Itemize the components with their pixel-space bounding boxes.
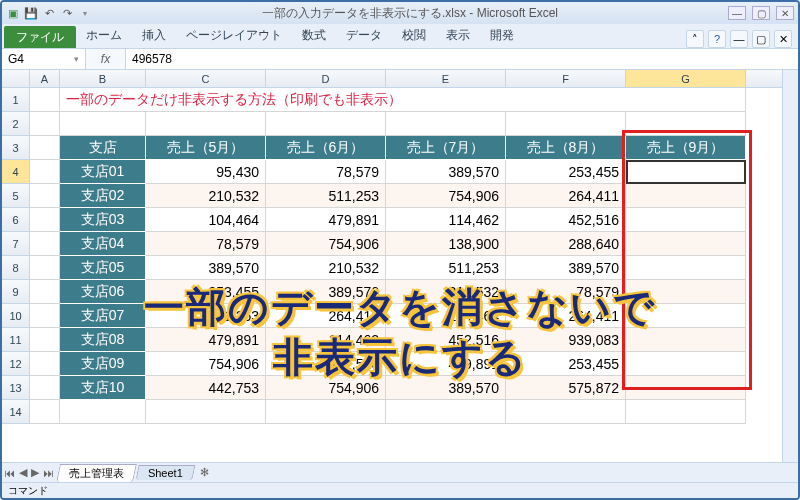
data-cell[interactable]: 511,253 bbox=[146, 304, 266, 328]
data-cell[interactable]: 210,532 bbox=[386, 280, 506, 304]
data-cell[interactable]: 389,570 bbox=[506, 256, 626, 280]
row-header[interactable]: 10 bbox=[2, 304, 30, 328]
row-header[interactable]: 1 bbox=[2, 88, 30, 112]
row-header[interactable]: 8 bbox=[2, 256, 30, 280]
header-branch[interactable]: 支店 bbox=[60, 136, 146, 160]
minimize-button[interactable]: — bbox=[728, 6, 746, 20]
data-cell[interactable]: 452,516 bbox=[386, 328, 506, 352]
header-sep[interactable]: 売上（9月） bbox=[626, 136, 746, 160]
sheet-nav-last-icon[interactable]: ⏭ bbox=[41, 467, 56, 479]
title-cell[interactable]: 一部のデータだけ非表示する方法（印刷でも非表示） bbox=[60, 88, 746, 112]
data-cell[interactable]: 389,570 bbox=[386, 376, 506, 400]
branch-cell[interactable]: 支店08 bbox=[60, 328, 146, 352]
branch-cell[interactable]: 支店09 bbox=[60, 352, 146, 376]
help-icon[interactable]: ? bbox=[708, 30, 726, 48]
data-cell[interactable]: 138,900 bbox=[386, 232, 506, 256]
header-jul[interactable]: 売上（7月） bbox=[386, 136, 506, 160]
sheet-nav-first-icon[interactable]: ⏮ bbox=[2, 467, 17, 479]
data-cell[interactable]: 511,253 bbox=[386, 256, 506, 280]
select-all-corner[interactable] bbox=[2, 70, 30, 87]
sheet-nav-prev-icon[interactable]: ◀ bbox=[17, 466, 29, 479]
data-cell[interactable]: 253,455 bbox=[506, 352, 626, 376]
sheet-tab-inactive[interactable]: Sheet1 bbox=[135, 465, 195, 480]
data-cell[interactable]: 452,516 bbox=[266, 352, 386, 376]
sheet-nav-next-icon[interactable]: ▶ bbox=[29, 466, 41, 479]
spreadsheet-grid[interactable]: A B C D E F G 1 一部のデータだけ非表示する方法（印刷でも非表示）… bbox=[2, 70, 798, 464]
header-aug[interactable]: 売上（8月） bbox=[506, 136, 626, 160]
tab-pagelayout[interactable]: ページレイアウト bbox=[176, 23, 292, 48]
data-cell[interactable]: 78,579 bbox=[506, 280, 626, 304]
close-button[interactable]: ✕ bbox=[776, 6, 794, 20]
sheet-tab-active[interactable]: 売上管理表 bbox=[56, 464, 137, 482]
branch-cell[interactable]: 支店10 bbox=[60, 376, 146, 400]
doc-close-icon[interactable]: ✕ bbox=[774, 30, 792, 48]
branch-cell[interactable]: 支店06 bbox=[60, 280, 146, 304]
branch-cell[interactable]: 支店07 bbox=[60, 304, 146, 328]
data-cell[interactable]: 210,532 bbox=[266, 256, 386, 280]
data-cell[interactable]: 389,570 bbox=[266, 280, 386, 304]
row-header[interactable]: 2 bbox=[2, 112, 30, 136]
formula-bar[interactable]: 496578 bbox=[126, 49, 798, 69]
data-cell[interactable]: 575,872 bbox=[506, 376, 626, 400]
data-cell[interactable]: 754,906 bbox=[266, 376, 386, 400]
data-cell[interactable]: 479,891 bbox=[146, 328, 266, 352]
new-sheet-icon[interactable]: ✻ bbox=[198, 466, 211, 479]
data-cell[interactable]: 452,516 bbox=[506, 208, 626, 232]
tab-formulas[interactable]: 数式 bbox=[292, 23, 336, 48]
col-header-e[interactable]: E bbox=[386, 70, 506, 87]
data-cell-hidden[interactable] bbox=[626, 304, 746, 328]
branch-cell[interactable]: 支店01 bbox=[60, 160, 146, 184]
row-header[interactable]: 13 bbox=[2, 376, 30, 400]
file-tab[interactable]: ファイル bbox=[4, 26, 76, 48]
data-cell-hidden[interactable] bbox=[626, 352, 746, 376]
branch-cell[interactable]: 支店03 bbox=[60, 208, 146, 232]
row-header[interactable]: 11 bbox=[2, 328, 30, 352]
data-cell-hidden[interactable] bbox=[626, 280, 746, 304]
header-jun[interactable]: 売上（6月） bbox=[266, 136, 386, 160]
horizontal-scrollbar[interactable] bbox=[562, 462, 782, 482]
branch-cell[interactable]: 支店02 bbox=[60, 184, 146, 208]
vertical-scrollbar[interactable] bbox=[782, 70, 798, 462]
header-may[interactable]: 売上（5月） bbox=[146, 136, 266, 160]
tab-data[interactable]: データ bbox=[336, 23, 392, 48]
tab-view[interactable]: 表示 bbox=[436, 23, 480, 48]
data-cell-hidden[interactable] bbox=[626, 376, 746, 400]
data-cell[interactable]: 253,455 bbox=[146, 280, 266, 304]
row-header[interactable]: 12 bbox=[2, 352, 30, 376]
data-cell[interactable]: 210,532 bbox=[146, 184, 266, 208]
data-cell[interactable]: 78,579 bbox=[146, 232, 266, 256]
row-header[interactable]: 7 bbox=[2, 232, 30, 256]
data-cell[interactable]: 479,891 bbox=[266, 208, 386, 232]
data-cell[interactable]: 264,411 bbox=[506, 184, 626, 208]
data-cell[interactable]: 754,906 bbox=[386, 184, 506, 208]
data-cell[interactable]: 114,462 bbox=[266, 328, 386, 352]
data-cell[interactable]: 389,570 bbox=[386, 160, 506, 184]
data-cell-hidden[interactable] bbox=[626, 160, 746, 184]
data-cell[interactable]: 442,753 bbox=[146, 376, 266, 400]
col-header-a[interactable]: A bbox=[30, 70, 60, 87]
data-cell[interactable]: 78,579 bbox=[266, 160, 386, 184]
cell[interactable] bbox=[30, 88, 60, 112]
data-cell[interactable]: 479,891 bbox=[386, 352, 506, 376]
row-header[interactable]: 14 bbox=[2, 400, 30, 424]
branch-cell[interactable]: 支店05 bbox=[60, 256, 146, 280]
col-header-b[interactable]: B bbox=[60, 70, 146, 87]
row-header[interactable]: 5 bbox=[2, 184, 30, 208]
data-cell[interactable]: 264,411 bbox=[506, 304, 626, 328]
fx-icon[interactable]: fx bbox=[86, 49, 126, 69]
data-cell-hidden[interactable] bbox=[626, 328, 746, 352]
redo-icon[interactable]: ↷ bbox=[60, 6, 74, 20]
save-icon[interactable]: 💾 bbox=[24, 6, 38, 20]
col-header-d[interactable]: D bbox=[266, 70, 386, 87]
tab-insert[interactable]: 挿入 bbox=[132, 23, 176, 48]
data-cell[interactable]: 264,411 bbox=[266, 304, 386, 328]
data-cell[interactable]: 511,253 bbox=[266, 184, 386, 208]
data-cell[interactable]: 754,906 bbox=[146, 352, 266, 376]
row-header[interactable]: 4 bbox=[2, 160, 30, 184]
undo-icon[interactable]: ↶ bbox=[42, 6, 56, 20]
row-header[interactable]: 6 bbox=[2, 208, 30, 232]
data-cell[interactable]: 253,455 bbox=[506, 160, 626, 184]
col-header-f[interactable]: F bbox=[506, 70, 626, 87]
data-cell[interactable]: 939,083 bbox=[506, 328, 626, 352]
maximize-button[interactable]: ▢ bbox=[752, 6, 770, 20]
